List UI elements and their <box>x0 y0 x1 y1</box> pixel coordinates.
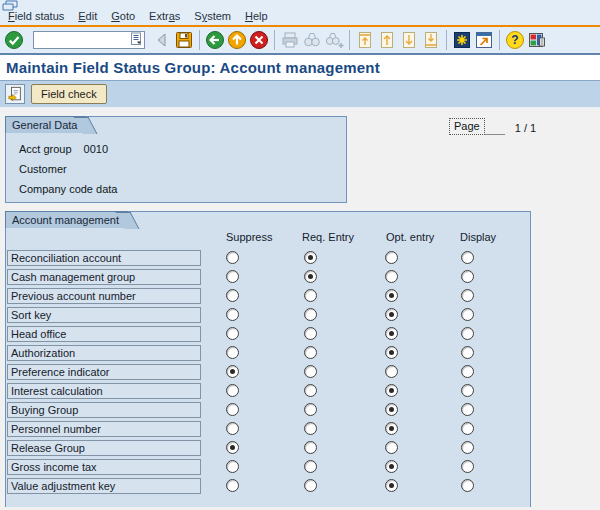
menu-goto[interactable]: Goto <box>111 10 135 22</box>
radio-display[interactable] <box>461 365 474 378</box>
page-down-icon[interactable] <box>398 29 420 51</box>
menu-field-status[interactable]: Field status <box>8 10 64 22</box>
radio-req-entry[interactable] <box>304 270 317 283</box>
field-check-button[interactable]: Field check <box>31 84 107 104</box>
print-icon[interactable] <box>279 29 301 51</box>
radio-req-entry[interactable] <box>304 308 317 321</box>
cell-display <box>424 384 510 397</box>
radio-display[interactable] <box>461 346 474 359</box>
radio-opt-entry[interactable] <box>385 384 398 397</box>
radio-suppress[interactable] <box>226 441 239 454</box>
radio-opt-entry[interactable] <box>385 346 398 359</box>
radio-display[interactable] <box>461 479 474 492</box>
back-icon[interactable] <box>204 29 226 51</box>
command-history-icon[interactable] <box>130 32 143 48</box>
save-icon[interactable] <box>173 29 195 51</box>
radio-opt-entry[interactable] <box>385 422 398 435</box>
radio-req-entry[interactable] <box>304 365 317 378</box>
radio-suppress[interactable] <box>226 384 239 397</box>
general-field-company-code-data: Company code data <box>19 179 117 199</box>
radio-req-entry[interactable] <box>304 251 317 264</box>
cell-req-entry <box>263 422 358 435</box>
radio-display[interactable] <box>461 251 474 264</box>
create-shortcut-icon[interactable] <box>473 29 495 51</box>
cell-display <box>424 460 510 473</box>
radio-opt-entry[interactable] <box>385 327 398 340</box>
radio-suppress[interactable] <box>226 460 239 473</box>
radio-opt-entry[interactable] <box>385 441 398 454</box>
cell-display <box>424 346 510 359</box>
radio-suppress[interactable] <box>226 365 239 378</box>
collapse-icon[interactable] <box>151 29 173 51</box>
cell-req-entry <box>263 251 358 264</box>
field-label: Personnel number <box>7 421 201 437</box>
cancel-icon[interactable] <box>248 29 270 51</box>
radio-req-entry[interactable] <box>304 327 317 340</box>
radio-req-entry[interactable] <box>304 346 317 359</box>
radio-opt-entry[interactable] <box>385 403 398 416</box>
radio-suppress[interactable] <box>226 251 239 264</box>
radio-req-entry[interactable] <box>304 384 317 397</box>
radio-suppress[interactable] <box>226 479 239 492</box>
radio-opt-entry[interactable] <box>385 365 398 378</box>
radio-suppress[interactable] <box>226 289 239 302</box>
cell-opt-entry <box>358 270 424 283</box>
radio-req-entry[interactable] <box>304 460 317 473</box>
cell-display <box>424 365 510 378</box>
field-status-page-button[interactable] <box>5 84 25 104</box>
field-label: Reconciliation account <box>7 250 201 266</box>
radio-req-entry[interactable] <box>304 441 317 454</box>
radio-opt-entry[interactable] <box>385 270 398 283</box>
radio-req-entry[interactable] <box>304 289 317 302</box>
radio-display[interactable] <box>461 441 474 454</box>
last-page-icon[interactable] <box>420 29 442 51</box>
radio-opt-entry[interactable] <box>385 308 398 321</box>
radio-opt-entry[interactable] <box>385 251 398 264</box>
account-management-tab: Account management <box>5 211 128 228</box>
radio-req-entry[interactable] <box>304 422 317 435</box>
menu-system[interactable]: System <box>194 10 231 22</box>
radio-display[interactable] <box>461 270 474 283</box>
radio-req-entry[interactable] <box>304 403 317 416</box>
toolbar-separator <box>349 30 350 50</box>
column-header-suppress: Suppress <box>226 231 272 243</box>
cell-opt-entry <box>358 479 424 492</box>
enter-icon[interactable] <box>3 29 25 51</box>
radio-display[interactable] <box>461 289 474 302</box>
radio-display[interactable] <box>461 384 474 397</box>
radio-display[interactable] <box>461 327 474 340</box>
radio-suppress[interactable] <box>226 270 239 283</box>
cell-display <box>424 270 510 283</box>
field-label: Acct group <box>19 143 72 155</box>
radio-suppress[interactable] <box>226 308 239 321</box>
page-field[interactable]: Page <box>449 118 485 135</box>
radio-display[interactable] <box>461 422 474 435</box>
radio-opt-entry[interactable] <box>385 289 398 302</box>
field-row-authorization: Authorization <box>6 343 530 362</box>
radio-opt-entry[interactable] <box>385 460 398 473</box>
radio-suppress[interactable] <box>226 403 239 416</box>
menu-edit[interactable]: Edit <box>78 10 97 22</box>
radio-suppress[interactable] <box>226 327 239 340</box>
radio-display[interactable] <box>461 403 474 416</box>
menu-extras[interactable]: Extras <box>149 10 180 22</box>
radio-suppress[interactable] <box>226 346 239 359</box>
page-up-icon[interactable] <box>376 29 398 51</box>
radio-display[interactable] <box>461 308 474 321</box>
radio-opt-entry[interactable] <box>385 479 398 492</box>
radio-req-entry[interactable] <box>304 479 317 492</box>
help-icon[interactable]: ? <box>504 29 526 51</box>
exit-icon[interactable] <box>226 29 248 51</box>
column-header-opt-entry: Opt. entry <box>386 231 434 243</box>
radio-display[interactable] <box>461 460 474 473</box>
find-next-icon[interactable] <box>323 29 345 51</box>
command-field[interactable] <box>33 31 145 49</box>
command-input[interactable] <box>37 34 130 46</box>
first-page-icon[interactable] <box>354 29 376 51</box>
menu-help[interactable]: Help <box>245 10 268 22</box>
find-icon[interactable] <box>301 29 323 51</box>
field-label: Buying Group <box>7 402 201 418</box>
customize-layout-icon[interactable] <box>526 29 548 51</box>
new-session-icon[interactable] <box>451 29 473 51</box>
radio-suppress[interactable] <box>226 422 239 435</box>
